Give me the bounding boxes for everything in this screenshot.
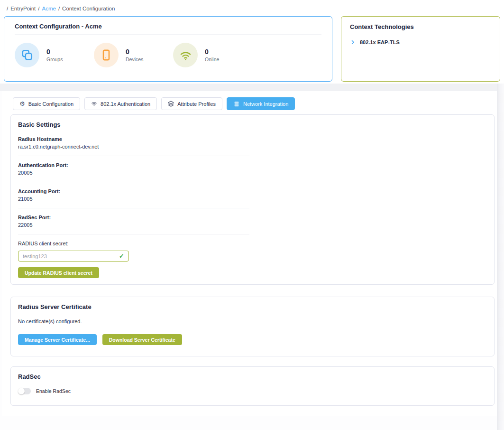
field-label: Radius Hostname [18, 136, 487, 142]
enable-radsec-toggle[interactable] [18, 388, 31, 394]
radius-client-secret-label: RADIUS client secret: [18, 241, 487, 246]
field-label: Authentication Port: [18, 162, 487, 168]
basic-settings-title: Basic Settings [18, 121, 487, 128]
stat-online: 0 Online [173, 43, 252, 67]
enable-radsec-label: Enable RadSec [36, 388, 71, 394]
groups-icon [15, 43, 39, 67]
groups-label: Groups [46, 56, 63, 62]
context-technologies-card: Context Technologies 802.1x EAP-TLS [341, 16, 500, 82]
tab-label: Attribute Profiles [177, 101, 216, 107]
basic-settings-panel: Basic Settings Radius Hostname ra.sr1.c0… [10, 114, 495, 285]
main-section: ⚙ Basic Configuration 802.1x Authenticat… [2, 91, 497, 416]
server-icon [233, 101, 240, 107]
enable-radsec-row: Enable RadSec [18, 388, 487, 394]
field-divider [18, 156, 249, 156]
device-icon [94, 43, 119, 67]
layers-icon [168, 101, 174, 107]
devices-count: 0 [126, 48, 143, 56]
server-certificate-title: Radius Server Certificate [18, 303, 487, 310]
technology-item-label: 802.1x EAP-TLS [360, 39, 400, 45]
radsec-title: RadSec [18, 373, 487, 380]
top-cards-row: Context Configuration - Acme 0 Groups [4, 16, 500, 82]
download-server-certificate-button[interactable]: Download Server Certificate [102, 334, 182, 345]
breadcrumb-separator: / [58, 6, 60, 11]
tab-attribute-profiles[interactable]: Attribute Profiles [161, 97, 222, 110]
breadcrumb-separator: / [38, 6, 39, 11]
groups-count: 0 [46, 48, 63, 56]
technology-item-8021x-eap-tls[interactable]: 802.1x EAP-TLS [350, 39, 491, 45]
stats-row: 0 Groups 0 Devices [15, 43, 321, 67]
radius-client-secret-input[interactable] [23, 253, 116, 259]
toggle-knob [18, 388, 25, 394]
wifi-icon [91, 101, 97, 107]
gear-icon: ⚙ [19, 101, 25, 107]
certificate-status-text: No certificate(s) configured. [18, 318, 487, 324]
field-radsec-port: RadSec Port: 22005 [18, 215, 487, 228]
breadcrumb-entrypoint[interactable]: EntryPoint [10, 6, 36, 11]
overview-card-title: Context Configuration - Acme [15, 23, 321, 35]
manage-server-certificate-button[interactable]: Manage Server Certificate... [18, 334, 97, 345]
field-label: Accounting Port: [18, 188, 487, 194]
tabs-row: ⚙ Basic Configuration 802.1x Authenticat… [2, 91, 497, 114]
radsec-panel: RadSec Enable RadSec [10, 366, 495, 406]
tab-label: Network Integration [243, 101, 288, 107]
top-section: / EntryPoint / Acme / Context Configurat… [0, 0, 504, 84]
tab-basic-configuration[interactable]: ⚙ Basic Configuration [13, 97, 80, 110]
section-divider-band [0, 84, 504, 91]
breadcrumb: / EntryPoint / Acme / Context Configurat… [7, 6, 504, 11]
field-value: 20005 [18, 170, 487, 176]
field-divider [18, 234, 249, 234]
context-overview-card: Context Configuration - Acme 0 Groups [4, 16, 332, 82]
field-authentication-port: Authentication Port: 20005 [18, 162, 487, 176]
check-icon: ✓ [119, 252, 124, 260]
breadcrumb-context-configuration: Context Configuration [62, 6, 115, 11]
tab-8021x-authentication[interactable]: 802.1x Authentication [84, 97, 157, 110]
devices-label: Devices [126, 56, 143, 62]
field-label: RadSec Port: [18, 215, 487, 220]
radius-server-certificate-panel: Radius Server Certificate No certificate… [10, 297, 495, 356]
online-label: Online [205, 56, 219, 62]
breadcrumb-acme-link[interactable]: Acme [42, 6, 55, 11]
certificate-buttons-row: Manage Server Certificate... Download Se… [18, 334, 487, 345]
tab-label: Basic Configuration [28, 101, 73, 107]
wifi-icon [173, 43, 198, 67]
chevron-right-icon [350, 39, 356, 45]
update-radius-client-secret-button[interactable]: Update RADIUS client secret [18, 267, 99, 278]
field-accounting-port: Accounting Port: 21005 [18, 188, 487, 202]
field-divider [18, 182, 249, 182]
tab-label: 802.1x Authentication [101, 101, 150, 107]
field-value: ra.sr1.c0.netgraph-connect-dev.net [18, 144, 487, 150]
tab-network-integration[interactable]: Network Integration [227, 97, 295, 110]
field-value: 21005 [18, 196, 487, 202]
stat-groups: 0 Groups [15, 43, 94, 67]
field-radius-hostname: Radius Hostname ra.sr1.c0.netgraph-conne… [18, 136, 487, 150]
online-count: 0 [205, 48, 219, 56]
breadcrumb-separator: / [7, 6, 8, 11]
field-divider [18, 208, 249, 208]
stat-devices: 0 Devices [94, 43, 173, 67]
radius-client-secret-input-wrap: ✓ [18, 251, 129, 262]
field-value: 22005 [18, 222, 487, 228]
technologies-title: Context Technologies [350, 23, 491, 30]
